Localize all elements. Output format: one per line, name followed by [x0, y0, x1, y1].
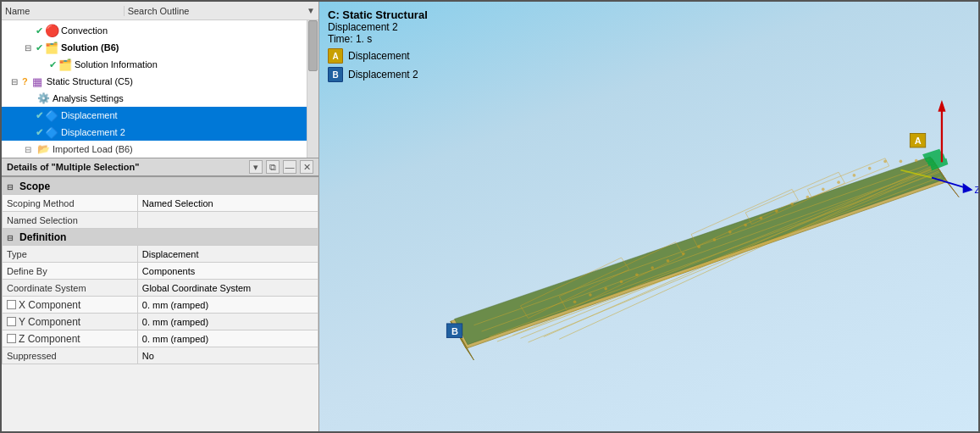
row-suppressed: Suppressed No — [3, 347, 318, 364]
svg-point-30 — [822, 188, 825, 192]
tree-label-imported: Imported Load (B6) — [53, 144, 133, 154]
val-y-component[interactable]: 0. mm (ramped) — [137, 314, 318, 330]
tree-item-solution-b6[interactable]: ⊟ ✔ 🗂️ Solution (B6) — [2, 39, 307, 56]
scope-toggle[interactable]: ⊟ — [7, 183, 14, 192]
scope-section-header: ⊟ Scope — [3, 178, 318, 195]
svg-point-27 — [775, 209, 778, 213]
key-suppressed: Suppressed — [3, 347, 138, 364]
tree-dropdown-arrow[interactable]: ▼ — [303, 6, 315, 15]
svg-point-29 — [806, 196, 810, 199]
val-type[interactable]: Displacement — [137, 246, 318, 263]
expander-static[interactable]: ⊟ — [8, 77, 20, 86]
tree-item-static-structural[interactable]: ⊟ ? ▦ Static Structural (C5) — [2, 73, 307, 90]
close-button[interactable]: ✕ — [300, 160, 313, 174]
tree-item-solution-info[interactable]: ✔ 🗂️ Solution Information — [2, 56, 307, 73]
legend-item-a: A Displacement — [328, 48, 418, 64]
expander-solution[interactable]: ⊟ — [22, 43, 34, 53]
tree-item-displacement[interactable]: ✔ 🔷 Displacement — [2, 107, 307, 124]
svg-point-24 — [728, 230, 732, 234]
tree-name-header: Name — [5, 6, 125, 16]
check-icon-convection: ✔ — [36, 25, 43, 36]
key-type: Type — [3, 246, 138, 263]
check-icon-sol-info: ✔ — [49, 59, 57, 70]
svg-point-26 — [760, 217, 763, 220]
details-table: ⊟ Scope Scoping Method Named Selection N… — [2, 177, 318, 364]
icon-imported: 📂 — [36, 142, 51, 156]
legend-label-b: Displacement 2 — [348, 69, 418, 80]
row-coordinate-system: Coordinate System Global Coordinate Syst… — [3, 280, 318, 297]
tree-item-analysis-settings[interactable]: ⚙️ Analysis Settings — [2, 90, 307, 107]
svg-marker-44 — [963, 183, 973, 193]
svg-point-32 — [853, 174, 856, 177]
viewport[interactable]: C: Static Structural Displacement 2 Time… — [319, 2, 978, 431]
y-component-checkbox[interactable] — [7, 317, 16, 326]
val-suppressed[interactable]: No — [137, 347, 318, 364]
key-define-by: Define By — [3, 263, 138, 280]
tree-label-analysis: Analysis Settings — [53, 93, 124, 103]
legend-item-b: B Displacement 2 — [328, 67, 418, 82]
icon-analysis: ⚙️ — [36, 92, 51, 105]
svg-point-21 — [682, 253, 685, 256]
details-panel: Details of "Multiple Selection" ▾ ⧉ — ✕ … — [2, 158, 318, 431]
svg-point-28 — [790, 203, 794, 206]
svg-point-31 — [837, 180, 840, 184]
pin-button[interactable]: ▾ — [249, 160, 263, 174]
icon-sol-info: 🗂️ — [58, 58, 73, 71]
legend: A Displacement B Displacement 2 — [328, 48, 418, 82]
tree-scrollbar[interactable] — [307, 20, 318, 158]
x-component-checkbox[interactable] — [7, 300, 16, 309]
svg-point-16 — [604, 287, 607, 291]
label-b-text: B — [451, 326, 458, 336]
key-coordinate-system: Coordinate System — [3, 280, 138, 297]
left-panel: Name Search Outline ▼ ✔ 🔴 Convection ⊟ — [2, 2, 319, 431]
key-x-component: X Component — [3, 297, 138, 314]
row-named-selection: Named Selection — [3, 212, 318, 229]
legend-badge-b: B — [328, 67, 343, 82]
definition-toggle[interactable]: ⊟ — [7, 234, 14, 242]
svg-point-19 — [651, 266, 654, 269]
z-component-checkbox[interactable] — [7, 334, 16, 343]
tree-item-convection[interactable]: ✔ 🔴 Convection — [2, 22, 307, 39]
tree-label-displacement2: Displacement 2 — [61, 127, 125, 137]
svg-line-2 — [490, 172, 939, 336]
details-header: Details of "Multiple Selection" ▾ ⧉ — ✕ — [2, 158, 318, 177]
section-scope: ⊟ Scope — [3, 178, 318, 195]
tree-label-solution: Solution (B6) — [61, 42, 119, 53]
svg-line-1 — [482, 168, 938, 331]
svg-point-36 — [915, 159, 918, 163]
check-icon-solution: ✔ — [36, 42, 43, 53]
definition-section-header: ⊟ Definition — [3, 229, 318, 246]
question-icon: ? — [22, 76, 28, 86]
row-scoping-method: Scoping Method Named Selection — [3, 195, 318, 212]
svg-line-7 — [544, 164, 937, 336]
row-y-component: Y Component 0. mm (ramped) — [3, 314, 318, 330]
tree-label-displacement: Displacement — [61, 110, 118, 120]
minimize-button[interactable]: — — [283, 160, 296, 174]
viewport-header: C: Static Structural Displacement 2 Time… — [328, 8, 428, 45]
check-icon-disp: ✔ — [36, 110, 43, 121]
viewport-subtitle: Displacement 2 — [328, 21, 428, 33]
val-coordinate-system[interactable]: Global Coordinate System — [137, 280, 318, 297]
tree-item-imported-load[interactable]: ⊟ 📂 Imported Load (B6) — [2, 141, 307, 158]
icon-static: ▦ — [30, 75, 45, 88]
svg-line-8 — [559, 166, 937, 339]
icon-displacement: 🔷 — [44, 108, 59, 122]
details-icons: ▾ ⧉ — ✕ — [249, 160, 313, 174]
tree-scrollbar-thumb[interactable] — [308, 20, 318, 71]
val-named-selection[interactable] — [137, 212, 318, 229]
val-scoping-method[interactable]: Named Selection — [137, 195, 318, 212]
val-z-component[interactable]: 0. mm (ramped) — [137, 330, 318, 347]
details-title: Details of "Multiple Selection" — [7, 162, 249, 172]
svg-point-15 — [589, 293, 592, 297]
tree-item-displacement2[interactable]: ✔ 🔷 Displacement 2 — [2, 124, 307, 141]
float-button[interactable]: ⧉ — [266, 160, 280, 174]
section-definition: ⊟ Definition — [3, 229, 318, 246]
label-a-text: A — [915, 136, 922, 146]
svg-point-23 — [713, 238, 717, 241]
tree-body: ✔ 🔴 Convection ⊟ ✔ 🗂️ Solution (B6) ✔ — [2, 20, 318, 158]
expander-imported[interactable]: ⊟ — [22, 145, 34, 154]
svg-point-33 — [868, 167, 872, 170]
val-x-component[interactable]: 0. mm (ramped) — [137, 297, 318, 314]
val-define-by[interactable]: Components — [137, 263, 318, 280]
tree-search-header: Search Outline — [125, 6, 303, 16]
